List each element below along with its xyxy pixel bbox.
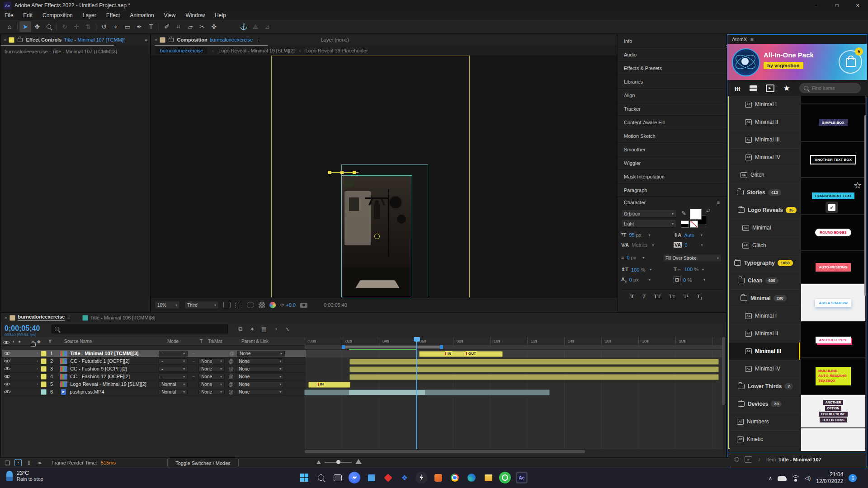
parent-dropdown[interactable]: None▾ <box>236 358 284 364</box>
category-clean-minimal-2[interactable]: AEMinimal II <box>729 325 800 343</box>
mode-dropdown[interactable]: Normal▾ <box>159 389 188 395</box>
parent-link-column-header[interactable]: Parent & Link <box>241 339 269 344</box>
draft-3d-icon[interactable]: ✦ <box>249 325 256 333</box>
selection-handle[interactable] <box>353 171 356 174</box>
motion-blur-icon[interactable]: ◔ <box>272 325 279 333</box>
category-minimal-4[interactable]: AEMinimal IV <box>729 149 800 166</box>
effect-controls-target[interactable]: Title - Minimal 107 [TCMM][ <box>64 37 125 42</box>
layer-3-bar[interactable] <box>349 366 719 372</box>
close-tab-icon[interactable]: × <box>4 37 6 42</box>
vertical-scale-control[interactable]: ⇕T 100 % ▾ <box>621 267 651 272</box>
panel-menu-icon[interactable]: ≡ <box>257 37 259 42</box>
t-switch[interactable]: − <box>192 374 198 379</box>
thumbnail-partial-top[interactable] <box>801 96 865 103</box>
layer-name[interactable]: CC - Futuristic 1 [OCPF][2] <box>70 358 159 364</box>
playhead-line[interactable] <box>416 337 417 449</box>
render-queue-icon[interactable]: ◔ <box>14 459 22 466</box>
layer-color-chip[interactable] <box>41 358 47 364</box>
trkmat-dropdown[interactable]: None▾ <box>198 389 225 395</box>
zoom-out-mountain-icon[interactable] <box>316 460 321 464</box>
layer-name[interactable]: CC - Fashion 9 [OCPF][2] <box>70 366 159 371</box>
layer-row-6[interactable]: › 6 ▶ pushpress.MP4 Normal▾ None▾ @ None… <box>2 388 306 396</box>
panel-content-aware-fill[interactable]: Content-Aware Fill <box>618 116 726 129</box>
snapshot-icon[interactable] <box>300 303 307 308</box>
collapse-panes-icon[interactable]: ❏ <box>4 459 11 466</box>
atomx-tab-label[interactable]: AtomX <box>732 37 747 42</box>
close-tab-icon[interactable]: × <box>155 37 157 42</box>
category-lower-thirds[interactable]: Lower Thirds7 <box>729 378 800 395</box>
menu-view[interactable]: View <box>164 12 176 19</box>
tab-overflow-icon[interactable]: » <box>145 37 147 42</box>
panel-audio[interactable]: Audio <box>618 48 726 61</box>
expander-icon[interactable]: › <box>37 359 38 363</box>
exposure-control[interactable]: ⟳ +0.0 <box>280 302 296 308</box>
mode-dropdown[interactable]: Normal▾ <box>159 381 188 387</box>
category-clean-minimal-3-selected[interactable]: AEMinimal III <box>729 343 800 360</box>
all-caps-button[interactable]: TT <box>654 293 661 300</box>
selection-handle[interactable] <box>328 171 331 174</box>
camera-tool[interactable]: ⌖ <box>110 21 122 32</box>
menu-file[interactable]: File <box>5 12 13 19</box>
trkmat-dropdown[interactable]: None▾ <box>198 358 225 364</box>
category-clean-minimal-1[interactable]: AEMinimal I <box>729 307 800 325</box>
pickwhip-icon[interactable]: @ <box>228 374 233 379</box>
layer-name[interactable]: Title - Minimal 107 [TCMM][3] <box>70 351 159 356</box>
composition-tab-target[interactable]: burncalorieexercise <box>210 37 253 42</box>
after-effects-taskbar-icon[interactable]: Ae <box>516 472 528 483</box>
layer-name[interactable]: Logo Reveal - Minimal 19 [SLM][2] <box>70 381 159 387</box>
audio-icon[interactable]: ♪ <box>758 456 761 463</box>
close-button[interactable]: ✕ <box>847 0 868 11</box>
category-minimal-3[interactable]: AEMinimal III <box>729 131 800 149</box>
layer-color-chip[interactable] <box>41 366 47 372</box>
panel-menu-icon[interactable]: ≡ <box>717 200 720 205</box>
fill-color-swatch[interactable] <box>690 209 702 220</box>
maximize-button[interactable]: ▢ <box>826 0 847 11</box>
mask-visibility-icon[interactable] <box>235 302 242 308</box>
pickwhip-icon[interactable]: @ <box>228 358 233 364</box>
layer-1-bar[interactable] <box>419 351 503 357</box>
swap-fill-stroke-icon[interactable]: ⇄ <box>706 208 710 213</box>
category-glitch[interactable]: AEGlitch <box>729 166 800 184</box>
layer-color-chip[interactable] <box>41 351 47 357</box>
trkmat-column-header[interactable]: TrkMat <box>208 339 222 344</box>
breadcrumb-leaf[interactable]: Logo Reveal 19 Placeholder <box>305 48 368 53</box>
trkmat-dropdown[interactable]: None▾ <box>198 381 225 387</box>
thumbnail-scrollbar[interactable] <box>864 115 866 296</box>
home-tool[interactable]: ⌂ <box>4 21 15 32</box>
category-stories[interactable]: Stories413 <box>729 184 800 202</box>
timeline-ruler[interactable]: :00s 02s 04s 06s 08s 10s 12s 14s 16s 18s… <box>305 337 723 346</box>
t-switch[interactable]: − <box>192 366 198 371</box>
category-minimal-1[interactable]: AEMinimal I <box>729 96 800 113</box>
timeline-tab-2[interactable]: Title - Minimal 106 [TCMM][8] <box>90 315 156 320</box>
trkmat-dropdown[interactable]: None▾ <box>198 366 225 372</box>
thumbnail-transparent-text[interactable]: TRANSPARENT TEXT ☆ ✔ <box>801 178 865 214</box>
default-fill-stroke-icon[interactable] <box>681 221 689 228</box>
panel-smoother[interactable]: Smoother <box>618 143 726 156</box>
timeline-v-scrollbar[interactable] <box>722 337 725 405</box>
brush-tool[interactable]: ✐ <box>161 21 173 32</box>
clock-time[interactable]: 21:04 <box>816 471 843 478</box>
anchor-point[interactable] <box>374 234 380 239</box>
in-out-panes-icon[interactable]: ❧ <box>36 459 43 466</box>
expander-icon[interactable]: › <box>37 351 38 356</box>
puppet-pin-tool[interactable]: ✜ <box>208 21 220 32</box>
local-axis-icon[interactable]: ⟁ <box>250 21 261 32</box>
menu-composition[interactable]: Composition <box>42 12 73 19</box>
parent-dropdown[interactable]: None▾ <box>236 381 284 387</box>
eyedropper-icon[interactable]: ✐ <box>680 211 687 216</box>
layer-row-1[interactable]: › 1 Title - Minimal 107 [TCMM][3] -▾ − @… <box>2 350 306 357</box>
panel-wiggler[interactable]: Wiggler <box>618 156 726 170</box>
zoom-in-mountain-icon[interactable] <box>355 459 362 464</box>
menu-layer[interactable]: Layer <box>83 12 96 19</box>
panel-menu-icon[interactable]: ≡ <box>67 315 70 320</box>
stroke-width-control[interactable]: ≡ 0 px ▾ <box>621 255 644 260</box>
clock-date[interactable]: 12/07/2022 <box>816 478 843 485</box>
category-logo-glitch[interactable]: AEGlitch <box>729 237 800 254</box>
guide-line-top[interactable] <box>271 56 470 56</box>
category-numbers[interactable]: AENumbers <box>729 413 800 431</box>
parent-dropdown[interactable]: None▾ <box>236 389 284 395</box>
file-explorer-icon[interactable] <box>482 472 494 483</box>
category-clean[interactable]: Clean600 <box>729 272 800 290</box>
eraser-tool[interactable]: ▱ <box>184 21 196 32</box>
category-logo-reveals[interactable]: Logo Reveals35 <box>729 202 800 219</box>
